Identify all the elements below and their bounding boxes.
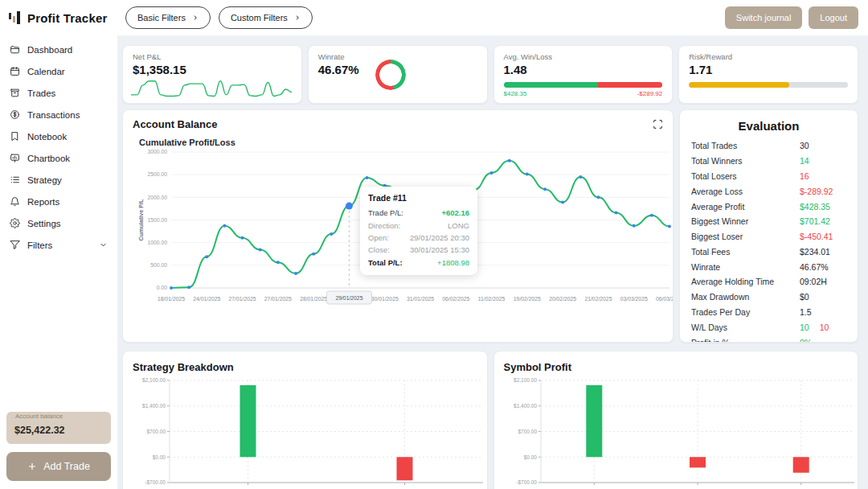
- account-balance-label: Account balance: [15, 413, 63, 420]
- basic-filters-label: Basic Filters: [137, 13, 186, 23]
- svg-text:$1,400.00: $1,400.00: [514, 403, 537, 409]
- basic-filters-button[interactable]: Basic Filters: [125, 6, 211, 29]
- tooltip-row-label: Open:: [368, 233, 389, 242]
- cumulative-pl-title: Cumulative Profit/Loss: [139, 138, 663, 147]
- trade-tooltip-rows: Trade P/L:+602.16Direction:LONGOpen:29/0…: [368, 207, 469, 269]
- evaluation-row: Biggest Winner$701.42: [691, 214, 846, 229]
- sidebar-item-label: Calendar: [27, 67, 65, 76]
- evaluation-row: Winrate46.67%: [691, 259, 846, 274]
- svg-text:Cumulative P/L: Cumulative P/L: [137, 199, 145, 241]
- evaluation-row-value: $-450.41: [800, 232, 846, 241]
- profit-tracker-app: Profit Tracker Basic Filters Custom Filt…: [0, 0, 868, 489]
- add-trade-button[interactable]: Add Trade: [6, 452, 111, 481]
- tooltip-row: Trade P/L:+602.16: [368, 207, 469, 219]
- evaluation-row: Average Holding Time09:02H: [691, 274, 846, 290]
- sidebar-item-notebook[interactable]: Notebook: [0, 125, 117, 147]
- sidebar-item-label: Reports: [27, 197, 59, 207]
- winrate-card: Winrate 46.67%: [308, 45, 488, 104]
- sidebar-item-trades[interactable]: Trades: [0, 82, 117, 104]
- evaluation-row-value: 1.5: [800, 307, 846, 317]
- svg-text:-$700.00: -$700.00: [145, 479, 166, 485]
- strategy-breakdown-title: Strategy Breakdown: [133, 361, 234, 373]
- sidebar-item-label: Notebook: [27, 132, 67, 142]
- archive-icon: [10, 88, 20, 98]
- sidebar-item-dashboard[interactable]: Dashboard: [0, 39, 117, 60]
- sidebar-item-settings[interactable]: Settings: [0, 212, 117, 234]
- sidebar-item-strategy[interactable]: Strategy: [0, 169, 117, 191]
- evaluation-row-label: Total Winners: [691, 156, 800, 166]
- evaluation-row-label: Average Loss: [691, 187, 800, 196]
- evaluation-row-label: Average Profit: [691, 202, 800, 212]
- svg-text:3000.00: 3000.00: [147, 149, 167, 154]
- dollar-circle-icon: [10, 109, 20, 120]
- svg-text:27/01/2025: 27/01/2025: [264, 296, 292, 302]
- tooltip-row-label: Close:: [368, 245, 390, 254]
- net-pnl-sparkline: [131, 76, 292, 101]
- bell-icon: [10, 196, 20, 207]
- svg-text:$700.00: $700.00: [147, 429, 166, 434]
- stats-row: Net P&L $1,358.15 Winrate 46.67% Avg. Wi…: [122, 45, 858, 104]
- chart-board-icon: [10, 153, 20, 163]
- gear-icon: [10, 218, 20, 228]
- svg-text:0.00: 0.00: [157, 285, 167, 290]
- evaluation-row: Total Trades30: [691, 138, 846, 154]
- evaluation-row-value: $0: [800, 292, 846, 302]
- winrate-label: Winrate: [318, 52, 477, 61]
- evaluation-rows: Total Trades30Total Winners14Total Loser…: [691, 138, 846, 343]
- sidebar-item-calendar[interactable]: Calendar: [0, 60, 117, 82]
- symbol-profit-panel: Symbol Profit $2,100.00$1,400.00$700.00$…: [493, 351, 859, 489]
- evaluation-row-value: 09:02H: [800, 277, 846, 286]
- chevron-down-icon: [99, 240, 108, 249]
- evaluation-row-value: $428.35: [800, 202, 846, 212]
- evaluation-title: Evaluation: [691, 119, 846, 133]
- avg-loss-amount: -$289.92: [637, 90, 663, 97]
- evaluation-row-label: Winrate: [691, 262, 800, 272]
- evaluation-row: Average Profit$428.35: [691, 199, 846, 214]
- risk-reward-value: 1.71: [689, 63, 848, 76]
- evaluation-row: Max Drawdown$0: [691, 290, 846, 305]
- strategy-breakdown-bar-chart[interactable]: $2,100.00$1,400.00$700.00$0.00-$700.00: [133, 374, 488, 489]
- funnel-icon: [10, 240, 20, 250]
- svg-text:$700.00: $700.00: [518, 429, 537, 434]
- evaluation-row-label: Trades Per Day: [691, 307, 800, 317]
- calendar-icon: [10, 66, 20, 76]
- switch-journal-button[interactable]: Switch journal: [725, 6, 802, 29]
- symbol-profit-bar-chart[interactable]: $2,100.00$1,400.00$700.00$0.00-$700.00: [504, 374, 859, 489]
- tooltip-row-label: Trade P/L:: [368, 208, 403, 217]
- tooltip-row-value: 29/01/2025 20:30: [410, 233, 469, 242]
- custom-filters-label: Custom Filters: [231, 13, 288, 23]
- sidebar-spacer: [0, 256, 117, 407]
- svg-text:27/01/2025: 27/01/2025: [229, 296, 256, 302]
- svg-text:30/01/2025: 30/01/2025: [371, 296, 399, 302]
- avg-win-amount: $428.35: [504, 90, 527, 97]
- svg-text:06/03/2025: 06/03/2025: [656, 296, 674, 302]
- evaluation-row-value: 16: [800, 171, 846, 181]
- logout-button[interactable]: Logout: [809, 6, 858, 29]
- tooltip-row: Open:29/01/2025 20:30: [368, 232, 469, 244]
- sidebar-nav: DashboardCalendarTradesTransactionsNoteb…: [0, 39, 117, 256]
- expand-icon[interactable]: [653, 119, 663, 129]
- svg-text:$0.00: $0.00: [153, 454, 166, 460]
- sidebar-item-transactions[interactable]: Transactions: [0, 104, 117, 125]
- tooltip-row: Close:30/01/2025 15:30: [368, 244, 469, 256]
- svg-text:1500.00: 1500.00: [147, 217, 167, 223]
- evaluation-row: Total Winners14: [691, 154, 846, 169]
- net-pnl-card: Net P&L $1,358.15: [122, 45, 302, 104]
- account-balance-widget: Account balance $25,422.32: [6, 412, 111, 444]
- sidebar-item-chartbook[interactable]: Chartbook: [0, 147, 117, 169]
- evaluation-row-label: Biggest Loser: [691, 232, 800, 241]
- sidebar-item-label: Trades: [27, 88, 55, 98]
- evaluation-row-value: 46.67%: [800, 262, 846, 272]
- custom-filters-button[interactable]: Custom Filters: [219, 6, 313, 29]
- evaluation-row-value: $234.01: [800, 247, 846, 257]
- win-bar-segment: [504, 82, 599, 88]
- tooltip-row: Direction:LONG: [368, 219, 469, 231]
- bottom-row: Strategy Breakdown $2,100.00$1,400.00$70…: [122, 351, 858, 489]
- svg-text:29/01/2025: 29/01/2025: [335, 295, 362, 301]
- sidebar-item-filters[interactable]: Filters: [0, 234, 117, 256]
- sidebar-item-reports[interactable]: Reports: [0, 191, 117, 212]
- trade-tooltip-title: Trade #11: [368, 193, 469, 203]
- middle-row: Account Balance Cumulative Profit/Loss 0…: [122, 109, 858, 343]
- tooltip-row: Total P/L:+1808.98: [368, 257, 469, 269]
- topbar: Profit Tracker Basic Filters Custom Filt…: [0, 0, 868, 35]
